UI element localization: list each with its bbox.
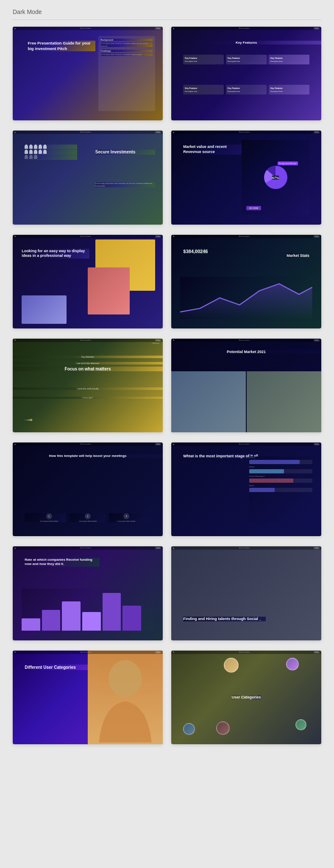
slide-bar-title-3: My Presentation [17,131,155,133]
slide-bar-btn-2: Today [314,27,320,30]
slide-topbar-14: My Presentation Today [171,651,321,654]
slide-topbar-6: My Presentation Today [171,235,321,238]
slide-2-feat-1: Key Feature Description here [183,55,224,64]
slide-bar-btn-6: Today [314,235,320,238]
slide-bar-btn-4: Today [314,131,320,134]
slide-4-title: Market value and recent Revevnue source [183,145,243,154]
slide-10-label-4: Brand [249,484,312,487]
slide-1-bg-text: Lorem ipsum dolor sit amet, consectetur … [101,42,153,47]
slide-1-bg-label: Background [101,39,153,41]
slide-card-4[interactable]: My Presentation Today Market value and r… [171,131,321,224]
slide-2-title: Key Features [171,41,321,45]
slide-card-6[interactable]: My Presentation Today $384,00246 Market … [171,235,321,328]
slide-12-title: Finding and Hiring talents through Socia… [183,617,266,622]
slide-9-steps: 1 Lorem ipsum dolor sit amet 2 Lorem ips… [25,513,150,522]
slide-topbar-11: My Presentation Today [13,546,163,550]
slide-card-5[interactable]: My Presentation Today Looking for an eas… [13,235,163,328]
slide-5-image-2 [88,267,130,314]
slide-bar-title-11: My Presentation [17,547,155,549]
slide-topbar-8: My Presentation Today [171,339,321,342]
slide-topbar-4: My Presentation Today [171,131,321,134]
slide-14-avatar-1 [224,658,239,673]
slide-10-label-3: Product Roadmap 9 [249,475,312,477]
slide-card-13[interactable]: My Presentation Today Different User Cat… [13,651,163,744]
slide-7-main: Focus on what matters [13,367,163,371]
slide-2-features-bottom: Key Feature Description here Key Feature… [183,85,309,95]
slide-2-feat-3: Key Feature Description here [269,55,309,64]
slide-card-3[interactable]: My Presentation Today [13,131,163,224]
slide-bar-title-6: My Presentation [175,236,314,237]
slide-12-bg [171,546,321,640]
slide-bar-btn-8: Today [314,339,320,342]
slide-14-avatar-2 [286,658,299,670]
slide-7-sub-bot1: I stole this stuff actually [13,387,163,390]
slide-bar-btn-9: Today [155,443,161,445]
slide-6-stat-number: $384,00246 [183,249,208,254]
slide-bar-btn-1: Today [155,27,161,30]
slide-bar-title-14: My Presentation [175,651,314,653]
slide-7-sub-bot2: Funny right? [13,397,163,399]
slide-topbar-2: My Presentation Today [171,27,321,30]
slide-10-label-1: Product [249,456,312,459]
slide-topbar-10: My Presentation Today [171,442,321,446]
slide-8-photos [171,371,321,432]
slides-grid: My Presentation Today Free Presentation … [13,27,321,744]
slide-9-step-2: 2 Lorem ipsum dolor sit amet [70,513,105,522]
slide-4-bottom-label: 100-300M [246,206,261,210]
slide-4-pie: 67% [264,166,287,189]
slide-bar-title-9: My Presentation [17,443,155,445]
slide-2-features-top: Key Feature Description here Key Feature… [183,55,309,64]
slide-topbar-5: My Presentation Today [13,235,163,238]
slide-3-desc: Far far away, behind the word mountains,… [95,182,156,187]
slide-10-form: Product Market Product Roadmap 9 Brand [249,456,312,522]
slide-5-image-3 [22,295,67,323]
slide-1-ch-text: Lorem ipsum dolor sit amet, consectetur … [101,53,153,56]
slide-bar-btn-3: Today [155,131,161,134]
slide-14-title: User Categories [231,695,261,699]
slide-card-8[interactable]: My Presentation Today Potential Market 2… [171,339,321,432]
slide-6-stat-label: Market Stats [287,253,309,258]
slide-2-feat-5: Key Feature Description here [226,85,267,95]
slide-bar-title-8: My Presentation [175,339,314,341]
slide-1-ch-label: Challenge [101,50,153,52]
slide-14-avatar-3 [183,723,195,735]
slide-bar-btn-13: Today [155,651,161,654]
slide-bar-title-13: My Presentation [17,651,155,653]
slide-bar-btn-10: Today [314,443,320,445]
svg-point-0 [109,660,142,698]
slide-card-10[interactable]: My Presentation Today Whtat is the most … [171,442,321,536]
slide-10-title: Whtat is the most important stage of it … [183,454,258,459]
slide-2-feat-6: Key Feature Description here [269,85,309,95]
slide-9-step-1: 1 Lorem ipsum dolor sit amet [31,513,67,522]
slide-14-avatar-5 [295,719,306,730]
slide-bar-title-10: My Presentation [175,443,314,445]
slide-card-9[interactable]: My Presentation Today How this template … [13,442,163,536]
slide-7-sub-top1: Pay Attention [13,356,163,358]
slide-card-2[interactable]: My Presentation Today Key Features Key F… [171,27,321,120]
slide-1-main-text: Free Presentation Guide for your big inv… [28,41,95,51]
slide-4-pie-badge: Energy sector Mid-cap [278,161,298,165]
slide-3-icons [25,145,77,160]
slide-4-pie-area: 67% Energy sector Mid-cap [242,140,309,215]
slide-9-title: How this template will help boost your m… [13,454,163,458]
slide-13-title: Different User Categories [25,665,92,670]
slide-8-title: Potential Market 2021 [171,350,321,354]
slide-bar-title-2: My Presentation [175,28,314,29]
slide-card-12[interactable]: My Presentation Today Finding and Hiring… [171,546,321,640]
slide-bar-title-12: My Presentation [175,547,314,549]
slide-14-avatar-4 [216,721,230,735]
slide-card-11[interactable]: My Presentation Today Rate at which comp… [13,546,163,640]
slide-card-1[interactable]: My Presentation Today Free Presentation … [13,27,163,120]
slide-8-photo-1 [171,371,246,432]
slide-7-challenge-top: Challenge [152,342,159,344]
slide-10-label-2: Market [249,466,312,468]
slide-card-14[interactable]: My Presentation Today User Categories [171,651,321,744]
slide-4-pie-value: 67% [272,175,279,179]
slide-bar-title-7: My Presentation [17,339,155,341]
slide-bar-title-1: My Presentation [17,28,155,29]
slide-topbar-1: My Presentation Today [13,27,163,30]
slide-card-7[interactable]: My Presentation Today Challenge Pay Atte… [13,339,163,432]
slide-topbar-7: My Presentation Today [13,339,163,342]
slide-bar-btn-11: Today [155,547,161,549]
slide-13-photo [88,651,163,744]
